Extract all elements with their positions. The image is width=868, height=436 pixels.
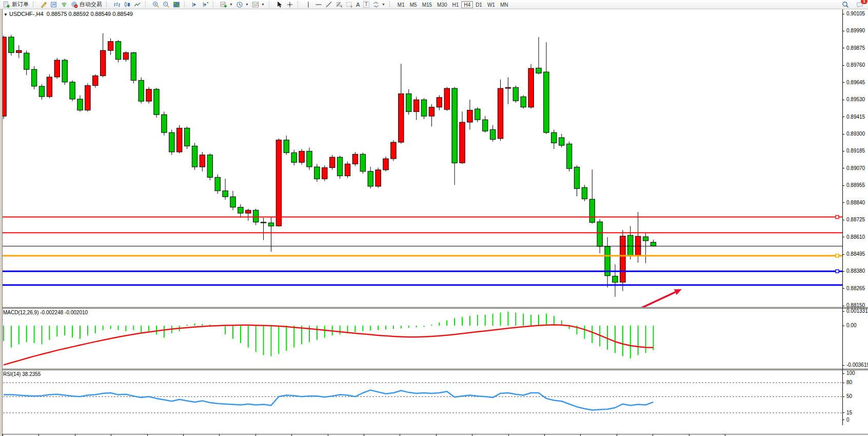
pencil-icon <box>40 1 47 8</box>
auto-scroll-button[interactable] <box>190 1 200 9</box>
chart-shift-button[interactable] <box>200 1 210 9</box>
auto-scroll-icon <box>191 1 199 8</box>
template-button[interactable]: ▼ <box>250 1 266 9</box>
candle-bull <box>467 110 472 123</box>
hline-handle[interactable] <box>836 254 839 257</box>
timeframe-h4[interactable]: H4 <box>461 1 473 8</box>
timeframe-m30[interactable]: M30 <box>435 1 449 8</box>
candle-bear <box>544 72 549 132</box>
candle-bear <box>253 210 259 222</box>
channel-button[interactable]: F <box>344 1 354 9</box>
timeframe-m1[interactable]: M1 <box>395 1 407 8</box>
price-tick-label: 0.88380 <box>846 268 865 274</box>
price-tick <box>842 288 844 289</box>
indicators-button[interactable]: ▼ <box>219 1 234 9</box>
candle-bull <box>123 53 128 60</box>
price-tick <box>842 202 844 203</box>
line-chart-button[interactable] <box>132 1 143 9</box>
price-tick-label: 0.89185 <box>846 148 865 154</box>
label-icon: T <box>363 1 369 8</box>
new-order-label: 新订单 <box>12 1 29 8</box>
hline-handle[interactable] <box>836 270 839 273</box>
price-tick-label: 0.89070 <box>846 165 865 171</box>
time-axis[interactable]: 17 Apr 202318 Apr 04:0018 Apr 20:0019 Ap… <box>0 434 868 436</box>
chart-title: ▼ USDCHF-,H4 0.88575 0.88592 0.88549 0.8… <box>4 11 133 17</box>
tile-windows-button[interactable] <box>171 1 182 9</box>
autotrade-icon <box>71 1 78 8</box>
rsi-axis-label: 80 <box>846 380 852 385</box>
chart-window-button[interactable] <box>49 1 59 9</box>
label-button[interactable]: T <box>362 1 371 9</box>
candle-bear <box>154 89 159 115</box>
text-button[interactable]: A <box>354 1 362 9</box>
price-tick-label: 0.89300 <box>846 131 865 137</box>
timeframe-d1[interactable]: D1 <box>473 1 485 8</box>
macd-axis-label: 0.001331 <box>846 308 868 314</box>
candle-bull <box>413 100 419 111</box>
candle-bull <box>620 236 625 282</box>
trend-arrow-line[interactable] <box>638 292 675 307</box>
fibonacci-button[interactable]: E <box>334 1 344 9</box>
bar-chart-button[interactable] <box>112 1 122 9</box>
horizontal-line-button[interactable] <box>313 1 324 9</box>
candle-bear <box>536 68 541 73</box>
candle-bull <box>498 88 503 139</box>
macd-tick <box>842 311 844 312</box>
candle-bear <box>483 120 488 131</box>
candle-bear <box>368 172 373 186</box>
candle-bear <box>70 82 75 99</box>
macd-tick <box>842 365 844 366</box>
candlestick-button[interactable] <box>122 1 132 9</box>
timeframe-m15[interactable]: M15 <box>420 1 435 8</box>
rsi-axis-label: 100 <box>846 370 855 376</box>
new-order-button[interactable]: 新订单 <box>2 1 30 9</box>
price-tick-label: 0.89530 <box>846 97 865 102</box>
macd-pane[interactable] <box>0 309 842 369</box>
notifications-button[interactable]: 1 <box>855 1 865 9</box>
rsi-pane[interactable] <box>0 370 842 425</box>
cursor-button[interactable] <box>274 1 285 9</box>
macd-name: MACD(12,26,9) <box>3 310 38 315</box>
zoom-in-button[interactable] <box>151 1 161 9</box>
chart-window: ▼ USDCHF-,H4 0.88575 0.88592 0.88549 0.8… <box>0 9 868 436</box>
price-tick <box>842 48 844 48</box>
collapse-triangle-icon[interactable]: ▼ <box>4 12 8 17</box>
autotrade-button[interactable]: 自动交易 <box>69 1 104 9</box>
rsi-name: RSI(14) <box>3 371 21 377</box>
price-tick <box>842 82 844 83</box>
trendline-button[interactable] <box>324 1 334 9</box>
period-clock-button[interactable]: ▼ <box>234 1 250 9</box>
search-button[interactable] <box>840 1 851 9</box>
candle-bull <box>345 164 350 176</box>
timeframe-m5[interactable]: M5 <box>407 1 420 8</box>
shapes-button[interactable]: ▼ <box>371 1 387 9</box>
pencil-tool-button[interactable] <box>38 1 49 9</box>
hline-handle[interactable] <box>836 216 839 219</box>
macd-tick <box>842 326 844 326</box>
vertical-line-button[interactable] <box>303 1 313 9</box>
candle-bear <box>521 97 526 107</box>
rsi-tick <box>842 373 844 374</box>
price-tick-label: 0.88610 <box>846 234 865 240</box>
signal-icon <box>61 1 68 8</box>
candle-bull <box>376 170 381 186</box>
candles-series <box>1 33 656 297</box>
rsi-axis-label: 15 <box>846 410 852 415</box>
price-tick <box>842 168 844 168</box>
price-axis[interactable]: 0.901050.899900.898750.897600.896450.895… <box>842 9 868 425</box>
price-tick-label: 0.88725 <box>846 217 865 222</box>
horizontal-line-icon <box>315 1 322 8</box>
candle-bear <box>314 167 320 179</box>
candle-bull <box>383 159 388 170</box>
timeframe-w1[interactable]: W1 <box>485 1 498 8</box>
candle-bull <box>54 60 60 77</box>
timeframe-h1[interactable]: H1 <box>450 1 462 8</box>
timeframe-mn[interactable]: MN <box>498 1 511 8</box>
zoom-out-button[interactable] <box>161 1 171 9</box>
price-tick <box>842 254 844 255</box>
crosshair-button[interactable] <box>285 1 295 9</box>
signal-button[interactable] <box>59 1 69 9</box>
rsi-tick <box>842 412 844 413</box>
price-chart-pane[interactable] <box>0 9 842 307</box>
macd-signal-line <box>4 325 654 365</box>
